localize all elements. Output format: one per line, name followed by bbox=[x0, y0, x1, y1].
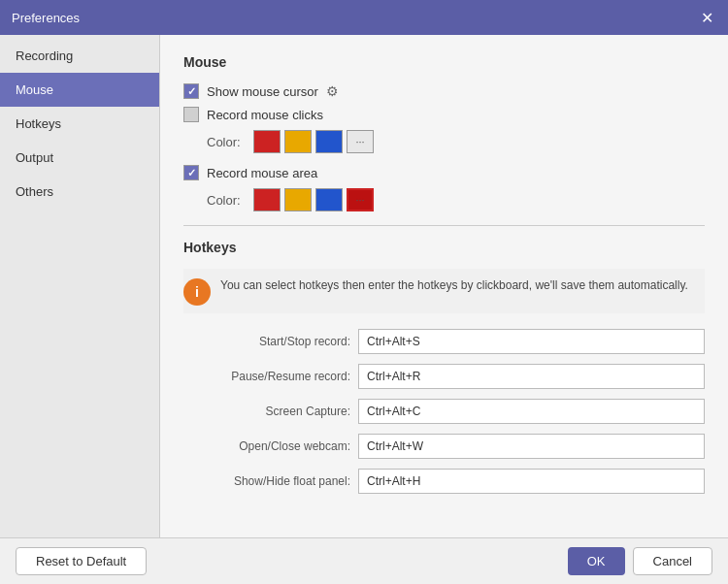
cancel-button[interactable]: Cancel bbox=[633, 547, 712, 575]
info-text: You can select hotkeys then enter the ho… bbox=[220, 276, 688, 294]
area-color-label: Color: bbox=[207, 193, 246, 208]
sidebar-item-recording[interactable]: Recording bbox=[0, 39, 159, 73]
hotkeys-section: Hotkeys i You can select hotkeys then en… bbox=[183, 240, 705, 494]
record-area-row: Record mouse area bbox=[183, 165, 705, 180]
sidebar-item-hotkeys[interactable]: Hotkeys bbox=[0, 107, 159, 141]
clicks-color-red[interactable] bbox=[253, 130, 281, 153]
record-clicks-checkbox[interactable] bbox=[183, 107, 199, 122]
area-color-yellow[interactable] bbox=[284, 188, 312, 211]
main-content: Mouse Show mouse cursor ⚙ Record mouse c… bbox=[160, 35, 728, 537]
info-box: i You can select hotkeys then enter the … bbox=[183, 269, 705, 313]
area-color-row: Color: ··· bbox=[207, 188, 705, 211]
area-color-blue[interactable] bbox=[315, 188, 343, 211]
hotkey-label-0: Start/Stop record: bbox=[183, 335, 358, 348]
clicks-color-more[interactable]: ··· bbox=[347, 130, 374, 153]
hotkey-row-4: Show/Hide float panel: bbox=[183, 469, 705, 494]
hotkey-label-2: Screen Capture: bbox=[183, 405, 358, 418]
preferences-dialog: Preferences ✕ Recording Mouse Hotkeys Ou… bbox=[0, 0, 728, 584]
hotkey-row-3: Open/Close webcam: bbox=[183, 434, 705, 459]
record-area-label: Record mouse area bbox=[207, 166, 317, 180]
hotkey-label-1: Pause/Resume record: bbox=[183, 370, 358, 383]
sidebar-item-output[interactable]: Output bbox=[0, 141, 159, 175]
sidebar: Recording Mouse Hotkeys Output Others bbox=[0, 35, 160, 537]
show-cursor-checkbox[interactable] bbox=[183, 83, 199, 99]
record-clicks-row: Record mouse clicks bbox=[183, 107, 705, 122]
clicks-color-label: Color: bbox=[207, 135, 246, 149]
show-cursor-label: Show mouse cursor bbox=[207, 84, 318, 99]
area-color-red[interactable] bbox=[253, 188, 281, 211]
hotkey-row-0: Start/Stop record: bbox=[183, 329, 705, 354]
ok-button[interactable]: OK bbox=[568, 547, 625, 575]
hotkey-input-2[interactable] bbox=[358, 399, 705, 424]
area-color-more[interactable]: ··· bbox=[347, 188, 374, 211]
sidebar-item-others[interactable]: Others bbox=[0, 175, 159, 209]
dialog-content: Recording Mouse Hotkeys Output Others Mo… bbox=[0, 35, 728, 537]
mouse-section-title: Mouse bbox=[183, 54, 705, 70]
sidebar-item-mouse[interactable]: Mouse bbox=[0, 73, 159, 107]
show-cursor-row: Show mouse cursor ⚙ bbox=[183, 83, 705, 99]
info-icon: i bbox=[183, 278, 211, 306]
reset-button[interactable]: Reset to Default bbox=[16, 547, 147, 575]
hotkey-input-3[interactable] bbox=[358, 434, 705, 459]
cursor-settings-icon[interactable]: ⚙ bbox=[326, 83, 339, 99]
footer-actions: OK Cancel bbox=[568, 547, 712, 575]
clicks-color-row: Color: ··· bbox=[207, 130, 705, 153]
hotkey-row-1: Pause/Resume record: bbox=[183, 364, 705, 389]
clicks-color-blue[interactable] bbox=[315, 130, 343, 153]
close-button[interactable]: ✕ bbox=[697, 8, 716, 27]
hotkey-input-0[interactable] bbox=[358, 329, 705, 354]
titlebar: Preferences ✕ bbox=[0, 0, 728, 35]
hotkey-label-4: Show/Hide float panel: bbox=[183, 474, 358, 488]
clicks-color-yellow[interactable] bbox=[284, 130, 312, 153]
section-divider bbox=[183, 225, 705, 226]
dialog-title: Preferences bbox=[12, 11, 80, 25]
record-area-checkbox[interactable] bbox=[183, 165, 199, 180]
hotkey-input-4[interactable] bbox=[358, 469, 705, 494]
hotkey-input-1[interactable] bbox=[358, 364, 705, 389]
hotkeys-section-title: Hotkeys bbox=[183, 240, 705, 255]
record-clicks-label: Record mouse clicks bbox=[207, 108, 323, 122]
hotkey-label-3: Open/Close webcam: bbox=[183, 439, 358, 453]
footer: Reset to Default OK Cancel bbox=[0, 537, 728, 584]
hotkey-row-2: Screen Capture: bbox=[183, 399, 705, 424]
